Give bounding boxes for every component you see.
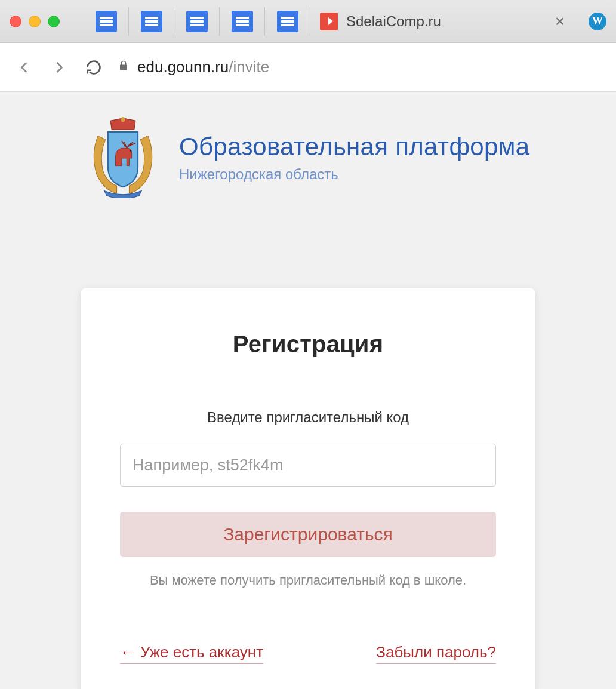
pinned-tab-1[interactable]: [84, 7, 129, 36]
tab-title: SdelaiComp.ru: [346, 13, 441, 30]
invite-code-prompt: Введите пригласительный код: [120, 409, 496, 426]
site-subtitle: Нижегородская область: [179, 166, 529, 183]
region-crest-icon: [82, 117, 164, 198]
forgot-password-link[interactable]: Забыли пароль?: [376, 643, 496, 664]
window-zoom-button[interactable]: [48, 16, 60, 27]
wp-pinned-tab[interactable]: W: [589, 13, 606, 30]
pinned-tab-2[interactable]: [129, 7, 174, 36]
forward-button[interactable]: [49, 57, 69, 78]
doc-icon: [96, 11, 117, 32]
url-host: edu.gounn.ru: [137, 58, 229, 76]
site-title-block: Образовательная платформа Нижегородская …: [179, 133, 529, 183]
svg-point-1: [130, 150, 131, 152]
url-path: /invite: [229, 58, 269, 76]
invite-code-hint: Вы можете получить пригласительный код в…: [120, 573, 496, 588]
doc-icon: [141, 11, 162, 32]
already-have-account-link[interactable]: ← Уже есть аккаунт: [120, 643, 263, 664]
card-footer-links: ← Уже есть аккаунт Забыли пароль?: [120, 643, 496, 664]
window-minimize-button[interactable]: [29, 16, 41, 27]
pinned-tabs: [84, 7, 310, 36]
register-button[interactable]: Зарегистрироваться: [120, 512, 496, 557]
doc-icon: [186, 11, 208, 32]
reload-button[interactable]: [84, 57, 104, 78]
pinned-tab-3[interactable]: [174, 7, 220, 36]
page-content: Образовательная платформа Нижегородская …: [0, 92, 616, 689]
forgot-link-label: Забыли пароль?: [376, 643, 496, 662]
doc-icon: [277, 11, 298, 32]
url-text: edu.gounn.ru/invite: [137, 58, 269, 76]
doc-icon: [232, 11, 253, 32]
active-tab[interactable]: SdelaiComp.ru ×: [310, 7, 574, 36]
address-bar[interactable]: edu.gounn.ru/invite: [118, 58, 602, 76]
invite-code-input[interactable]: [120, 444, 496, 487]
tab-favicon: [320, 13, 338, 30]
tab-close-button[interactable]: ×: [555, 12, 565, 31]
login-link-label: Уже есть аккаунт: [140, 643, 263, 662]
arrow-left-icon: ←: [120, 643, 135, 662]
browser-toolbar: edu.gounn.ru/invite: [0, 43, 616, 92]
card-heading: Регистрация: [120, 331, 496, 358]
registration-card: Регистрация Введите пригласительный код …: [81, 288, 535, 689]
site-title: Образовательная платформа: [179, 133, 529, 161]
lock-icon: [118, 60, 129, 75]
window-controls: [10, 16, 60, 27]
window-close-button[interactable]: [10, 16, 21, 27]
pinned-tab-4[interactable]: [220, 7, 265, 36]
pinned-tab-5[interactable]: [265, 7, 310, 36]
window-tab-bar: SdelaiComp.ru × W: [0, 0, 616, 43]
site-header: Образовательная платформа Нижегородская …: [0, 117, 616, 198]
svg-point-0: [121, 117, 125, 122]
back-button[interactable]: [14, 57, 35, 78]
